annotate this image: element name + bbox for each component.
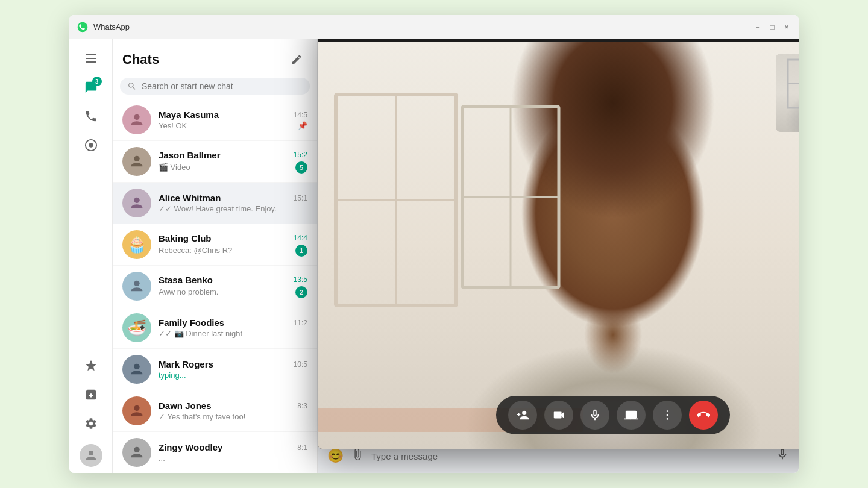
message-time: 8:3 [297,402,307,410]
contact-name: Stasa Benko [159,275,213,285]
menu-line [86,58,96,59]
sidebar-item-status[interactable] [78,132,104,158]
chat-list-icons [286,49,307,70]
contact-name: Dawn Jones [159,401,212,411]
user-avatar[interactable] [80,444,102,467]
sidebar-item-chats[interactable]: 3 [78,74,104,101]
self-video-svg [776,54,799,132]
svg-point-0 [78,22,88,32]
svg-point-28 [667,414,668,416]
maximize-button[interactable]: □ [767,22,777,32]
left-nav: 3 [69,39,113,473]
app-window: WhatsApp − □ × 3 [69,15,799,473]
message-preview: ✓ Yes that's my fave too! [159,412,307,421]
search-bar[interactable] [120,78,310,95]
unread-badge: 1 [295,245,307,257]
more-options-button[interactable] [653,401,682,430]
chat-list-header: Chats [113,39,317,75]
new-chat-button[interactable] [286,49,307,70]
chat-info: Alice Whitman 15:1 ✓✓ Wow! Have great ti… [159,193,307,213]
minimize-button[interactable]: − [753,22,763,32]
message-time: 14:4 [294,234,307,242]
self-video-feed [776,54,799,132]
toggle-mute-button[interactable] [580,401,609,430]
sidebar-item-archive[interactable] [78,381,104,408]
app-title: WhatsApp [93,22,753,31]
list-item[interactable]: Maya Kasuma 14:5 Yes! OK 📌 [113,99,317,141]
avatar: 🧁 [122,230,151,259]
close-button[interactable]: × [782,22,791,32]
video-controls [496,396,730,434]
chat-list: Maya Kasuma 14:5 Yes! OK 📌 [113,99,317,473]
title-bar: WhatsApp − □ × [69,15,799,39]
svg-point-8 [134,364,139,369]
message-time: 13:5 [294,275,307,284]
menu-line [86,54,96,55]
contact-name: Family Foodies [159,318,224,328]
search-input[interactable] [142,81,303,91]
avatar [122,189,151,217]
emoji-button[interactable]: 😊 [327,448,344,464]
message-time: 11:2 [294,319,307,327]
list-item[interactable]: Stasa Benko 13:5 Aww no problem. 2 [113,266,317,307]
list-item[interactable]: Zingy Woodley 8:1 ... [113,432,317,473]
svg-point-5 [134,156,139,161]
chat-info: Stasa Benko 13:5 Aww no problem. 2 [159,275,307,298]
menu-icon-button[interactable] [78,45,104,72]
video-main [318,42,799,449]
chat-list-title: Chats [122,52,159,67]
contact-name: Zingy Woodley [159,442,222,452]
self-video-visual [776,54,799,132]
contact-name: Jason Ballmer [159,150,221,160]
message-preview: 🎬 Video [159,163,293,172]
message-preview: typing... [159,371,307,380]
sidebar-item-settings[interactable] [78,410,104,437]
microphone-button[interactable] [776,448,789,465]
search-icon [127,81,137,91]
svg-point-27 [667,410,668,412]
list-item[interactable]: Mark Rogers 10:5 typing... [113,349,317,390]
chat-info: Family Foodies 11:2 ✓✓ 📷 Dinner last nig… [159,318,307,338]
list-item[interactable]: Jason Ballmer 15:2 🎬 Video 5 [113,141,317,183]
message-time: 14:5 [294,111,307,119]
add-participant-button[interactable] [508,401,537,430]
end-call-button[interactable] [689,401,718,430]
message-time: 10:5 [294,360,307,369]
message-preview: Rebecca: @Chris R? [159,246,293,255]
list-item[interactable]: Alice Whitman 15:1 ✓✓ Wow! Have great ti… [113,183,317,224]
pin-icon: 📌 [298,121,307,130]
list-item[interactable]: 🧁 Baking Club 14:4 Rebecca: @Chris R? 1 [113,224,317,266]
svg-point-4 [134,114,139,120]
avatar [122,396,151,425]
message-preview: ✓✓ Wow! Have great time. Enjoy. [159,204,307,213]
chat-list-panel: Chats M [113,39,318,473]
attach-button[interactable] [351,448,364,465]
svg-point-6 [134,198,139,203]
app-body: 3 Chats [69,39,799,473]
toggle-video-button[interactable] [544,401,573,430]
unread-badge: 2 [295,286,307,298]
avatar [122,438,151,467]
list-item[interactable]: Dawn Jones 8:3 ✓ Yes that's my fave too! [113,390,317,432]
message-input[interactable] [371,451,769,461]
sidebar-item-calls[interactable] [78,103,104,130]
message-preview: Aww no problem. [159,287,293,296]
whatsapp-logo [77,21,89,33]
contact-name: Maya Kasuma [159,110,219,120]
svg-point-9 [134,405,139,411]
message-preview: ✓✓ 📷 Dinner last night [159,329,307,338]
sidebar-item-starred[interactable] [78,352,104,379]
contact-name: Alice Whitman [159,193,221,203]
message-preview: ... [159,454,307,463]
chat-info: Zingy Woodley 8:1 ... [159,442,307,463]
list-item[interactable]: 🍜 Family Foodies 11:2 ✓✓ 📷 Dinner last n… [113,307,317,349]
chat-info: Mark Rogers 10:5 typing... [159,359,307,380]
svg-point-10 [134,447,139,452]
main-content: 😊 Susanna Davis 🔒 [318,39,799,473]
chats-badge: 3 [92,77,102,86]
contact-name: Mark Rogers [159,359,213,369]
avatar [122,272,151,301]
chat-info: Dawn Jones 8:3 ✓ Yes that's my fave too! [159,401,307,421]
svg-point-2 [89,143,93,147]
screen-share-button[interactable] [617,401,646,430]
